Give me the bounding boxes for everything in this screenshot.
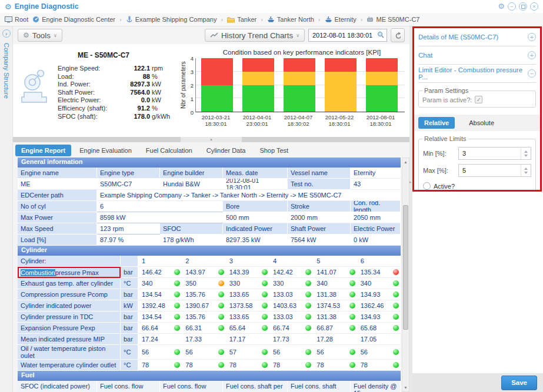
cylinder-value-cell: 56 [269, 345, 313, 360]
save-button[interactable]: Save [501, 376, 537, 390]
info-value-cell: 7564 kW [288, 234, 351, 246]
unit-cell: bar [121, 289, 138, 300]
param-active-checkbox[interactable]: ✓ [475, 96, 482, 103]
spinner-arrows-icon[interactable] [521, 165, 531, 176]
minimize-icon[interactable]: − [508, 2, 516, 11]
chevron-down-icon: ∨ [296, 33, 299, 38]
breadcrumb-item[interactable]: Tanker [227, 16, 256, 23]
stat-label: Electric Power: [58, 96, 115, 105]
scroll-down-icon[interactable]: ▼ [402, 384, 409, 391]
cylinder-value-cell: 133.03 [269, 289, 313, 300]
stat-unit: g/kWh [152, 113, 170, 121]
chevron-down-icon: ∨ [54, 33, 57, 38]
search-icon[interactable] [377, 31, 384, 39]
cylinder-number-header: 5 [313, 256, 357, 267]
toolbar: ⚙ Tools ∨ History Trend Charts ∨ [13, 26, 409, 44]
view-selector-button[interactable]: History Trend Charts ∨ [205, 29, 305, 42]
measurement-date-field[interactable] [308, 29, 387, 42]
breadcrumb-item[interactable]: Tanker North [267, 16, 314, 23]
param-label-cell[interactable]: Compression pressure Pcomp [18, 289, 121, 300]
splitter-handle[interactable]: ▲ [181, 137, 242, 142]
refresh-button[interactable] [391, 28, 405, 42]
close-icon[interactable]: × [530, 2, 538, 11]
unit-cell [121, 256, 138, 267]
stat-value: 7564.0 [115, 89, 150, 97]
param-label-cell[interactable]: Combustion pressure Pmax [18, 267, 121, 278]
stacked-bar [201, 58, 233, 112]
stat-value: 88 [115, 73, 150, 81]
tools-button[interactable]: ⚙ Tools ∨ [18, 29, 62, 42]
stat-unit: kW [152, 89, 161, 97]
scrollbar-thumb[interactable] [403, 205, 408, 330]
expand-icon section-toggle-icon[interactable]: + [528, 51, 536, 59]
info-label-cell: Shaft Power [288, 223, 351, 234]
cylinder-value-cell: 56 [182, 345, 225, 360]
tab-fuel-calculation[interactable]: Fuel Calculation [140, 145, 198, 156]
restore-icon[interactable] [519, 2, 527, 11]
collapse-icon section-toggle-icon[interactable]: − [528, 69, 536, 78]
expand-icon section-toggle-icon[interactable]: + [528, 33, 536, 41]
unit-cell: bar [121, 323, 138, 334]
status-green-icon [349, 325, 355, 331]
bar-column [281, 58, 318, 112]
expand-panel-icon[interactable]: › [2, 29, 11, 38]
date-input[interactable] [311, 31, 375, 39]
root-computer-icon [5, 16, 12, 23]
cylinder-value-cell: 78 [182, 360, 225, 371]
info-label-cell: Test no. [288, 179, 351, 190]
tab-relative[interactable]: Relative [418, 117, 455, 129]
engine-block: ME - S50MC-C7 Engi [13, 44, 179, 137]
x-tick-label: 2012-05-2218:30:01 [321, 114, 358, 127]
collapse-right-icon[interactable]: ▸ [409, 180, 412, 185]
max-spinner[interactable]: 5 [458, 164, 531, 177]
param-label-cell[interactable]: Expansion Pressure Pexp [18, 323, 121, 334]
param-label-cell[interactable]: Exhaust gas temp. after cylinder [18, 278, 121, 289]
tab-engine-report[interactable]: Engine Report [15, 145, 71, 156]
status-green-icon [393, 325, 399, 331]
stat-row: Efficiency (shaft):91.2% [58, 105, 179, 113]
panel-section-details[interactable]: Details of ME (S50MC-C7) + [418, 28, 536, 46]
cylinder-value-cell: 65.68 [357, 323, 401, 334]
tab-cylinder-data[interactable]: Cylinder Data [201, 145, 252, 156]
tab-shop-test[interactable]: Shop Test [254, 145, 294, 156]
toolbar-right: History Trend Charts ∨ [205, 28, 405, 42]
stat-unit: kW [152, 81, 161, 89]
breadcrumb-item[interactable]: Root [5, 16, 28, 23]
param-label-cell[interactable]: Cylinder indicated power [18, 300, 121, 311]
stat-row: Shaft Power:7564.0kW [58, 89, 179, 97]
value-text: 78 [273, 361, 280, 368]
tab-absolute[interactable]: Absolute [463, 117, 500, 129]
scroll-up-icon[interactable]: ▲ [402, 158, 409, 166]
breadcrumb-item[interactable]: Example Shipping Company [126, 16, 217, 23]
breadcrumb-item[interactable]: Engine Diagnostic Center [32, 16, 115, 23]
panel-section-chat[interactable]: Chat + [418, 46, 536, 65]
window-controls: ⚙ − × [498, 2, 538, 11]
param-label-cell[interactable]: Cylinder pressure in TDC [18, 311, 121, 323]
status-green-icon [349, 292, 355, 297]
tab-engine-evaluation[interactable]: Engine Evaluation [74, 145, 138, 156]
horizontal-splitter[interactable]: ▲ [13, 137, 409, 142]
settings-gear-icon[interactable]: ⚙ [498, 2, 505, 11]
param-label-cell[interactable]: Water temperature cylinder outlet [18, 360, 121, 371]
chart-plot [195, 58, 405, 112]
breadcrumb-item[interactable]: Eternity [325, 16, 357, 23]
stat-row: Engine Speed:122.1rpm [58, 65, 179, 73]
bar-segment-red [201, 58, 233, 85]
breadcrumb-item[interactable]: ME S50MC-C7 [367, 16, 419, 23]
report-scrollbar[interactable]: ▲ ▼ [402, 158, 409, 392]
spinner-arrows-icon[interactable] [521, 148, 531, 159]
min-spinner[interactable]: 3 [458, 147, 531, 160]
param-label-cell[interactable]: Oil / water temperature piston oulet [18, 345, 121, 360]
active-radio[interactable] [423, 182, 431, 190]
info-value-cell: 87.97 % [97, 234, 160, 246]
panel-section-limit-editor[interactable]: Limit Editor - Combustion pressure P... … [418, 65, 536, 83]
section-title: Limit Editor - Combustion pressure P... [418, 66, 528, 81]
y-tick-label: 2 [191, 82, 194, 89]
info-value-cell: ME [18, 179, 97, 190]
param-label-cell[interactable]: Mean indicated pressure MIP [18, 334, 121, 345]
fuel-header-cell: SFOC (indicated power) [18, 381, 97, 392]
stat-label: Load: [58, 73, 115, 81]
company-structure-label[interactable]: Company Structure [3, 43, 10, 99]
chart-x-labels: 2012-03-2118:30:012012-04-0123:00:012012… [195, 112, 409, 127]
cylinder-value-cell: 66.31 [182, 323, 225, 334]
